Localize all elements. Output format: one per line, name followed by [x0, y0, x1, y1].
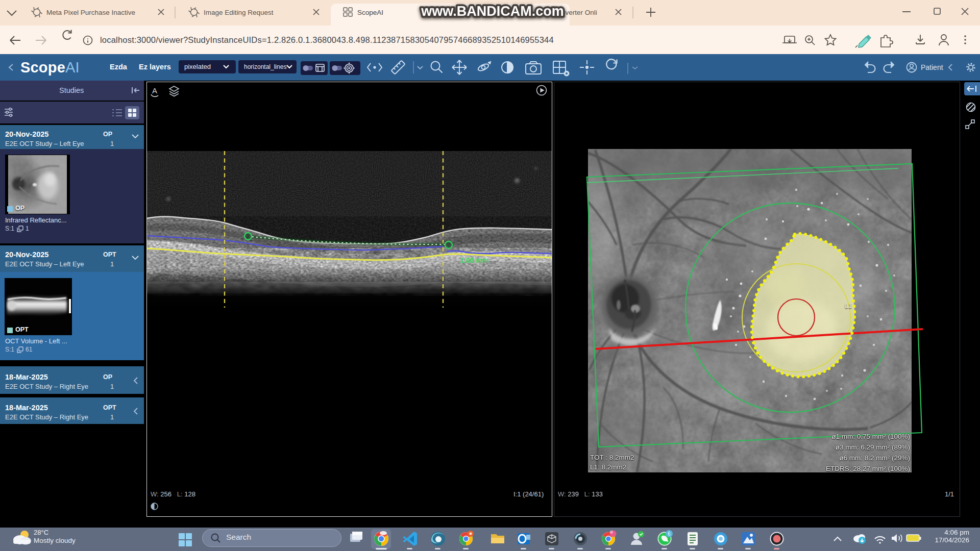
svg-text:6: 6 — [668, 531, 671, 537]
